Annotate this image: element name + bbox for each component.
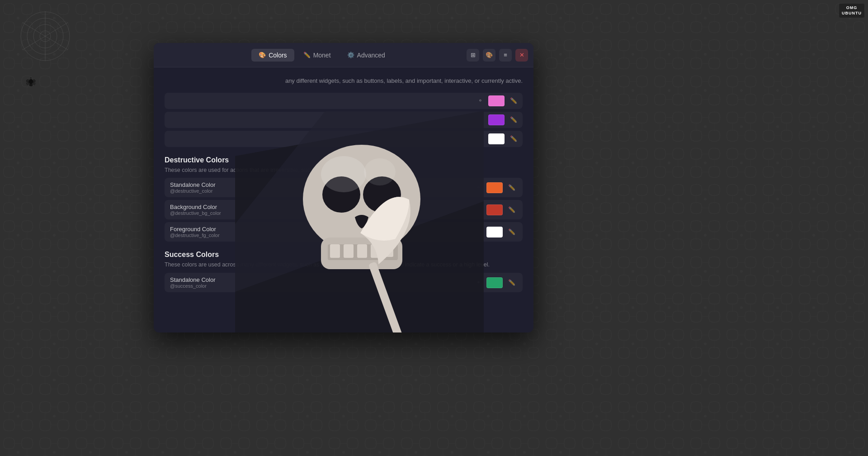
destructive-section-header: Destructive Colors These colors are used… bbox=[165, 156, 523, 175]
palette-button[interactable]: 🎨 bbox=[483, 49, 495, 62]
swatch-purple[interactable] bbox=[488, 114, 505, 125]
edit-destructive-bg-button[interactable]: ✏️ bbox=[506, 204, 517, 215]
svg-line-13 bbox=[23, 23, 45, 36]
success-standalone-var: @success_color bbox=[170, 283, 469, 289]
link-icon-success: ⚬ bbox=[474, 278, 483, 287]
success-standalone-text: Standalone Color @success_color bbox=[170, 276, 469, 289]
success-section-header: Success Colors These colors are used acr… bbox=[165, 251, 523, 269]
advanced-tab-label: Advanced bbox=[357, 52, 385, 59]
color-row-purple: ✏️ bbox=[165, 112, 523, 128]
dialog-content: any different widgets, such as buttons, … bbox=[154, 67, 533, 332]
edit-success-button[interactable]: ✏️ bbox=[506, 277, 517, 288]
destructive-standalone-entry: Standalone Color @destructive_color ⚬ ✏️ bbox=[165, 178, 523, 197]
spider-web-decoration bbox=[18, 9, 72, 63]
monet-tab-icon: ✏️ bbox=[303, 52, 311, 58]
edit-destructive-standalone-button[interactable]: ✏️ bbox=[506, 182, 517, 193]
destructive-standalone-text: Standalone Color @destructive_color bbox=[170, 181, 469, 194]
monet-tab-label: Monet bbox=[313, 52, 331, 59]
destructive-bg-entry: Background Color @destructive_bg_color ✏… bbox=[165, 200, 523, 219]
destructive-fg-entry: Foreground Color @destructive_fg_color ✏… bbox=[165, 222, 523, 242]
edit-pink-button[interactable]: ✏️ bbox=[508, 95, 519, 106]
success-standalone-name: Standalone Color bbox=[170, 276, 469, 283]
edit-purple-button[interactable]: ✏️ bbox=[508, 114, 519, 125]
titlebar: 🎨 Colors ✏️ Monet ⚙️ Advanced ⊞ 🎨 ≡ ✕ bbox=[154, 43, 533, 67]
swatch-success[interactable] bbox=[486, 277, 503, 288]
destructive-standalone-name: Standalone Color bbox=[170, 181, 469, 188]
destructive-standalone-var: @destructive_color bbox=[170, 188, 469, 194]
link-icon-1: ⚬ bbox=[476, 96, 485, 105]
colors-tab-icon: 🎨 bbox=[259, 52, 266, 58]
swatch-destructive-bg[interactable] bbox=[486, 204, 503, 215]
swatch-pink[interactable] bbox=[488, 95, 505, 106]
svg-line-10 bbox=[45, 36, 68, 50]
colors-tab-label: Colors bbox=[269, 52, 287, 59]
swatch-white[interactable] bbox=[488, 133, 505, 144]
top-description: any different widgets, such as buttons, … bbox=[165, 76, 523, 86]
destructive-bg-name: Background Color bbox=[170, 204, 482, 210]
destructive-bg-var: @destructive_bg_color bbox=[170, 210, 482, 216]
watermark-line1: OMG bbox=[842, 5, 862, 11]
spider-decoration: 🕷 bbox=[26, 77, 36, 89]
tab-advanced[interactable]: ⚙️ Advanced bbox=[340, 49, 392, 62]
edit-white-button[interactable]: ✏️ bbox=[508, 133, 519, 144]
titlebar-actions: ⊞ 🎨 ≡ ✕ bbox=[467, 49, 528, 62]
success-standalone-controls: ⚬ ✏️ bbox=[474, 277, 517, 288]
tab-monet[interactable]: ✏️ Monet bbox=[296, 49, 338, 62]
svg-line-9 bbox=[45, 23, 68, 36]
success-description: These colors are used across many differ… bbox=[165, 261, 523, 269]
color-row-white: ✏️ bbox=[165, 131, 523, 147]
edit-destructive-fg-button[interactable]: ✏️ bbox=[506, 227, 517, 238]
link-icon-destruct-1: ⚬ bbox=[474, 183, 483, 192]
destructive-fg-var: @destructive_fg_color bbox=[170, 233, 482, 238]
tab-bar: 🎨 Colors ✏️ Monet ⚙️ Advanced bbox=[177, 49, 467, 62]
color-row-pink: ⚬ ✏️ bbox=[165, 93, 523, 109]
tab-colors[interactable]: 🎨 Colors bbox=[251, 49, 294, 62]
advanced-tab-icon: ⚙️ bbox=[347, 52, 354, 58]
swatch-destructive-fg[interactable] bbox=[486, 227, 503, 238]
success-standalone-entry: Standalone Color @success_color ⚬ ✏️ bbox=[165, 273, 523, 292]
close-button[interactable]: ✕ bbox=[515, 49, 528, 62]
success-title: Success Colors bbox=[165, 251, 523, 259]
destructive-description: These colors are used for actions that a… bbox=[165, 166, 523, 175]
destructive-bg-text: Background Color @destructive_bg_color bbox=[170, 204, 482, 216]
destructive-fg-name: Foreground Color bbox=[170, 226, 482, 233]
omg-watermark: OMG UBUNTU bbox=[839, 4, 864, 18]
destructive-fg-controls: ✏️ bbox=[486, 227, 517, 238]
watermark-line2: UBUNTU bbox=[842, 11, 862, 16]
destructive-bg-controls: ✏️ bbox=[486, 204, 517, 215]
screenshot-button[interactable]: ⊞ bbox=[467, 49, 479, 62]
destructive-standalone-controls: ⚬ ✏️ bbox=[474, 182, 517, 193]
main-dialog: 🎨 Colors ✏️ Monet ⚙️ Advanced ⊞ 🎨 ≡ ✕ an… bbox=[154, 43, 533, 332]
swatch-destructive-standalone[interactable] bbox=[486, 182, 503, 193]
svg-line-12 bbox=[23, 36, 45, 50]
destructive-fg-text: Foreground Color @destructive_fg_color bbox=[170, 226, 482, 238]
menu-button[interactable]: ≡ bbox=[499, 49, 512, 62]
destructive-title: Destructive Colors bbox=[165, 156, 523, 164]
